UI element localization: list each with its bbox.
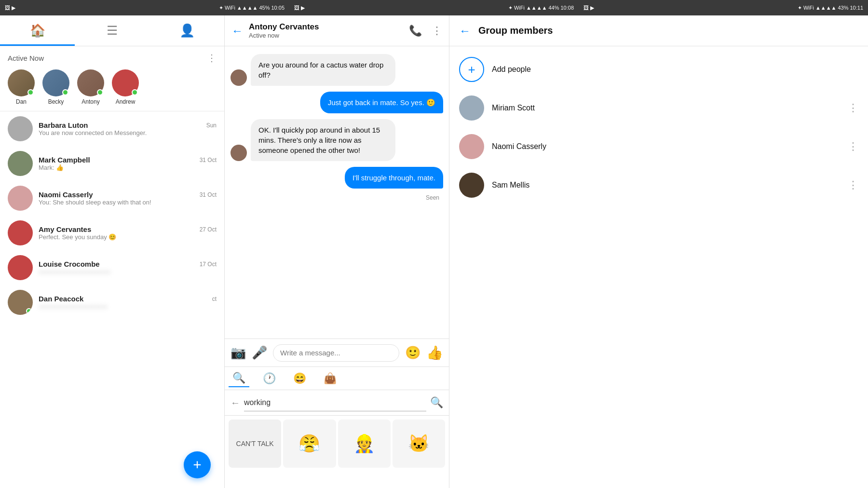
group-member-list: + Add people Miriam Scott ⋮ Naomi Casser… [449, 46, 868, 208]
conv-time-dan-peacock: ct [212, 296, 217, 302]
nav-menu[interactable]: ☰ [75, 15, 149, 46]
conv-name-amy: Amy Cervantes [39, 225, 91, 233]
add-people-item[interactable]: + Add people [449, 50, 868, 89]
sticker-search-btn[interactable]: 🔍 [430, 396, 443, 409]
sticker-tabs: 🔍 🕐 😄 👜 [225, 367, 449, 390]
member-name-sam: Sam Mellis [492, 181, 840, 190]
mic-icon[interactable]: 🎤 [252, 345, 267, 360]
member-more-sam[interactable]: ⋮ [848, 179, 858, 191]
conv-avatar-barbara [8, 116, 33, 141]
sb2-wifi: WiFi [514, 5, 525, 11]
sticker-search-row: ← 🔍 [225, 390, 449, 416]
sticker-tab-laugh[interactable]: 😄 [289, 370, 310, 387]
conversation-list: Barbara Luton Sun You are now connected … [0, 111, 224, 488]
message-input-bar: 📷 🎤 🙂 👍 [225, 339, 449, 366]
fab-new-message[interactable]: + [184, 451, 211, 478]
add-people-icon: + [459, 57, 484, 82]
sticker-3[interactable]: 👷 [338, 420, 391, 468]
member-more-naomi[interactable]: ⋮ [848, 140, 858, 153]
active-now-more-icon[interactable]: ⋮ [207, 52, 217, 64]
sb1-right: ✦ WiFi ▲▲▲▲ 45% 10:05 [219, 5, 285, 11]
nav-profile[interactable]: 👤 [149, 15, 224, 46]
conv-preview-mark: Mark: 👍 [39, 164, 164, 171]
message-input[interactable] [273, 344, 399, 362]
conv-item-naomi[interactable]: Naomi Casserly 31 Oct You: She should sl… [0, 181, 224, 216]
conv-time-mark: 31 Oct [200, 157, 217, 163]
group-members-panel: ← Group members + Add people Miriam Scot… [449, 15, 868, 488]
msg-avatar-antony-1 [231, 69, 247, 86]
active-user-dan[interactable]: Dan [8, 69, 35, 105]
sticker-tab-bag[interactable]: 👜 [320, 370, 340, 387]
sticker-1[interactable]: CAN'T TALK [229, 420, 281, 468]
active-user-becky[interactable]: Becky [42, 69, 69, 105]
camera-icon[interactable]: 📷 [231, 345, 246, 360]
avatar-wrap-andrew [112, 69, 139, 96]
sb2-icons: 🖼 ▶ [294, 5, 305, 11]
conv-item-mark[interactable]: Mark Campbell 31 Oct Mark: 👍 [0, 146, 224, 181]
more-options-icon[interactable]: ⋮ [432, 25, 442, 37]
conv-item-amy[interactable]: Amy Cervantes 27 Oct Perfect. See you su… [0, 216, 224, 250]
call-icon[interactable]: 📞 [409, 25, 422, 37]
chat-contact-name: Antony Cervantes [249, 22, 403, 32]
chat-back-button[interactable]: ← [231, 24, 243, 38]
sb3-time: 10:11 [850, 5, 863, 11]
member-name-naomi: Naomi Casserly [492, 142, 840, 151]
profile-icon: 👤 [179, 23, 195, 38]
group-back-button[interactable]: ← [459, 24, 471, 38]
conv-info-barbara: Barbara Luton Sun You are now connected … [39, 121, 217, 136]
conv-avatar-amy [8, 220, 33, 245]
group-member-naomi[interactable]: Naomi Casserly ⋮ [449, 127, 868, 166]
sb3-icons: 🖼 ▶ [583, 5, 594, 11]
group-member-sam[interactable]: Sam Mellis ⋮ [449, 166, 868, 204]
sb2-bt: ✦ [508, 5, 513, 11]
chat-panel: ← Antony Cervantes Active now 📞 ⋮ Are yo… [225, 15, 449, 488]
like-icon[interactable]: 👍 [426, 345, 443, 361]
active-user-name-antony: Antony [81, 98, 99, 105]
group-member-miriam[interactable]: Miriam Scott ⋮ [449, 89, 868, 127]
sb3-right: ✦ WiFi ▲▲▲▲ 43% 10:11 [798, 5, 863, 11]
conv-name-dan-peacock: Dan Peacock [39, 295, 83, 303]
conv-info-louise: Louise Crocombe 17 Oct xxxxxxxxxxxxxxxxx… [39, 260, 217, 275]
conversations-panel: 🏠 ☰ 👤 Active Now ⋮ Dan [0, 15, 225, 488]
sb1-battery: 45% [259, 5, 270, 11]
conv-time-barbara: Sun [206, 122, 217, 129]
seen-label: Seen [231, 194, 443, 201]
emoji-icon[interactable]: 🙂 [405, 345, 420, 360]
nav-home[interactable]: 🏠 [0, 15, 75, 46]
home-icon: 🏠 [30, 23, 45, 38]
msg-bubble-4: I'll struggle through, mate. [345, 167, 443, 189]
sticker-4[interactable]: 🐱 [393, 420, 445, 468]
chat-header-actions: 📞 ⋮ [409, 25, 442, 37]
sb3-bt: ✦ [798, 5, 802, 11]
msg-row-1: Are you around for a cactus water drop o… [231, 54, 443, 86]
sticker-search-input[interactable] [244, 394, 426, 411]
conv-preview-louise: xxxxxxxxxxxxxxxxxxxxxxx [39, 268, 164, 275]
member-avatar-naomi [459, 134, 484, 159]
active-user-antony[interactable]: Antony [77, 69, 104, 105]
sb2-battery: 44% [548, 5, 559, 11]
menu-icon: ☰ [107, 23, 118, 38]
msg-row-2: Just got back in mate. So yes. 🙂 [231, 92, 443, 113]
conv-avatar-dan-peacock [8, 290, 33, 315]
sticker-tab-search[interactable]: 🔍 [229, 370, 249, 387]
group-header: ← Group members [449, 15, 868, 46]
active-user-name-becky: Becky [48, 98, 64, 105]
conv-info-dan-peacock: Dan Peacock ct xxxxxxxxxxxxxxxxxxxxxx [39, 295, 217, 310]
active-user-andrew[interactable]: Andrew [112, 69, 139, 105]
sticker-back-icon[interactable]: ← [231, 397, 240, 408]
sticker-2[interactable]: 😤 [283, 420, 336, 468]
active-user-name-dan: Dan [16, 98, 27, 105]
conv-info-naomi: Naomi Casserly 31 Oct You: She should sl… [39, 190, 217, 206]
conv-item-dan-peacock[interactable]: Dan Peacock ct xxxxxxxxxxxxxxxxxxxxxx [0, 285, 224, 320]
active-now-header: Active Now ⋮ [0, 46, 224, 68]
add-people-label: Add people [492, 65, 858, 74]
conv-avatar-naomi [8, 186, 33, 211]
conv-avatar-louise [8, 255, 33, 280]
chat-header-info: Antony Cervantes Active now [249, 22, 403, 39]
member-more-miriam[interactable]: ⋮ [848, 102, 858, 114]
sticker-tab-recent[interactable]: 🕐 [259, 370, 280, 387]
conv-item-louise[interactable]: Louise Crocombe 17 Oct xxxxxxxxxxxxxxxxx… [0, 250, 224, 285]
conv-item-barbara[interactable]: Barbara Luton Sun You are now connected … [0, 111, 224, 146]
member-name-miriam: Miriam Scott [492, 104, 840, 112]
sb3-wifi: WiFi [803, 5, 814, 11]
